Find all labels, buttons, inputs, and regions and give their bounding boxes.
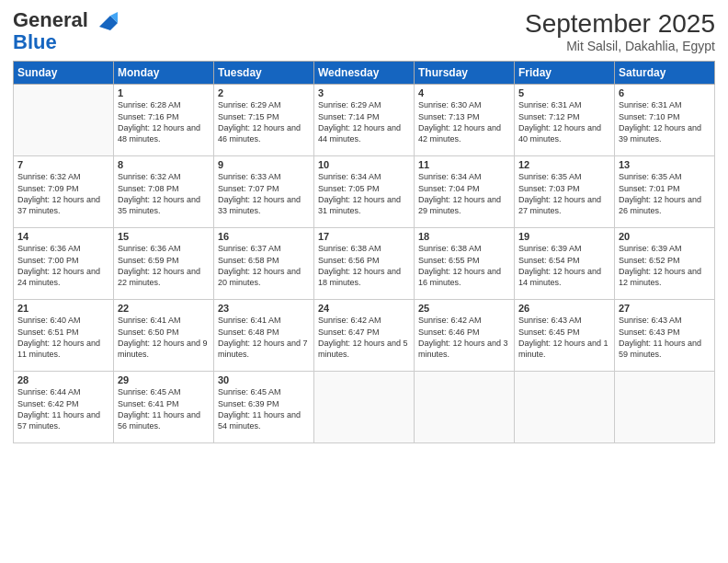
calendar-header-row: Sunday Monday Tuesday Wednesday Thursday… bbox=[14, 62, 715, 85]
table-row: 30Sunrise: 6:45 AMSunset: 6:39 PMDayligh… bbox=[214, 372, 314, 443]
col-friday: Friday bbox=[515, 62, 615, 85]
day-number: 7 bbox=[17, 159, 109, 170]
header: General Blue September 2025 Mit Salsil, … bbox=[13, 9, 715, 53]
cell-info: Sunrise: 6:44 AMSunset: 6:42 PMDaylight:… bbox=[17, 386, 109, 431]
day-number: 4 bbox=[418, 87, 510, 98]
day-number: 6 bbox=[619, 87, 711, 98]
table-row: 8Sunrise: 6:32 AMSunset: 7:08 PMDaylight… bbox=[114, 156, 214, 228]
calendar-table: Sunday Monday Tuesday Wednesday Thursday… bbox=[13, 61, 715, 443]
table-row bbox=[515, 372, 615, 443]
cell-info: Sunrise: 6:36 AMSunset: 6:59 PMDaylight:… bbox=[118, 243, 210, 288]
table-row: 16Sunrise: 6:37 AMSunset: 6:58 PMDayligh… bbox=[214, 228, 314, 300]
month-title: September 2025 bbox=[525, 9, 715, 39]
table-row: 23Sunrise: 6:41 AMSunset: 6:48 PMDayligh… bbox=[214, 300, 314, 372]
cell-info: Sunrise: 6:43 AMSunset: 6:43 PMDaylight:… bbox=[619, 315, 711, 360]
day-number: 18 bbox=[418, 231, 510, 242]
table-row: 3Sunrise: 6:29 AMSunset: 7:14 PMDaylight… bbox=[314, 85, 415, 156]
table-row bbox=[314, 372, 415, 443]
day-number: 22 bbox=[118, 303, 210, 314]
table-row: 11Sunrise: 6:34 AMSunset: 7:04 PMDayligh… bbox=[415, 156, 515, 228]
cell-info: Sunrise: 6:35 AMSunset: 7:03 PMDaylight:… bbox=[518, 171, 610, 216]
cell-info: Sunrise: 6:34 AMSunset: 7:05 PMDaylight:… bbox=[318, 171, 410, 216]
calendar-week-row: 7Sunrise: 6:32 AMSunset: 7:09 PMDaylight… bbox=[14, 156, 715, 228]
day-number: 1 bbox=[118, 87, 210, 98]
table-row: 6Sunrise: 6:31 AMSunset: 7:10 PMDaylight… bbox=[615, 85, 715, 156]
cell-info: Sunrise: 6:45 AMSunset: 6:41 PMDaylight:… bbox=[118, 386, 210, 431]
cell-info: Sunrise: 6:42 AMSunset: 6:47 PMDaylight:… bbox=[318, 315, 410, 360]
logo-text: General Blue bbox=[13, 9, 88, 53]
location: Mit Salsil, Dakahlia, Egypt bbox=[525, 39, 715, 53]
cell-info: Sunrise: 6:37 AMSunset: 6:58 PMDaylight:… bbox=[218, 243, 310, 288]
table-row: 21Sunrise: 6:40 AMSunset: 6:51 PMDayligh… bbox=[14, 300, 114, 372]
logo-icon bbox=[92, 8, 121, 38]
table-row: 10Sunrise: 6:34 AMSunset: 7:05 PMDayligh… bbox=[314, 156, 415, 228]
table-row bbox=[415, 372, 515, 443]
col-monday: Monday bbox=[114, 62, 214, 85]
table-row: 29Sunrise: 6:45 AMSunset: 6:41 PMDayligh… bbox=[114, 372, 214, 443]
day-number: 30 bbox=[218, 374, 310, 385]
table-row: 26Sunrise: 6:43 AMSunset: 6:45 PMDayligh… bbox=[515, 300, 615, 372]
day-number: 25 bbox=[418, 303, 510, 314]
cell-info: Sunrise: 6:38 AMSunset: 6:55 PMDaylight:… bbox=[418, 243, 510, 288]
col-saturday: Saturday bbox=[615, 62, 715, 85]
table-row: 9Sunrise: 6:33 AMSunset: 7:07 PMDaylight… bbox=[214, 156, 314, 228]
table-row: 7Sunrise: 6:32 AMSunset: 7:09 PMDaylight… bbox=[14, 156, 114, 228]
col-tuesday: Tuesday bbox=[214, 62, 314, 85]
calendar-container: General Blue September 2025 Mit Salsil, … bbox=[0, 0, 728, 453]
cell-info: Sunrise: 6:41 AMSunset: 6:48 PMDaylight:… bbox=[218, 315, 310, 360]
cell-info: Sunrise: 6:42 AMSunset: 6:46 PMDaylight:… bbox=[418, 315, 510, 360]
cell-info: Sunrise: 6:28 AMSunset: 7:16 PMDaylight:… bbox=[118, 99, 210, 144]
cell-info: Sunrise: 6:31 AMSunset: 7:10 PMDaylight:… bbox=[619, 99, 711, 144]
cell-info: Sunrise: 6:29 AMSunset: 7:14 PMDaylight:… bbox=[318, 99, 410, 144]
cell-info: Sunrise: 6:39 AMSunset: 6:54 PMDaylight:… bbox=[518, 243, 610, 288]
cell-info: Sunrise: 6:32 AMSunset: 7:08 PMDaylight:… bbox=[118, 171, 210, 216]
cell-info: Sunrise: 6:45 AMSunset: 6:39 PMDaylight:… bbox=[218, 386, 310, 431]
cell-info: Sunrise: 6:38 AMSunset: 6:56 PMDaylight:… bbox=[318, 243, 410, 288]
cell-info: Sunrise: 6:31 AMSunset: 7:12 PMDaylight:… bbox=[518, 99, 610, 144]
day-number: 10 bbox=[318, 159, 410, 170]
logo-general: General bbox=[13, 8, 88, 31]
table-row: 27Sunrise: 6:43 AMSunset: 6:43 PMDayligh… bbox=[615, 300, 715, 372]
day-number: 17 bbox=[318, 231, 410, 242]
cell-info: Sunrise: 6:35 AMSunset: 7:01 PMDaylight:… bbox=[619, 171, 711, 216]
table-row: 22Sunrise: 6:41 AMSunset: 6:50 PMDayligh… bbox=[114, 300, 214, 372]
table-row: 24Sunrise: 6:42 AMSunset: 6:47 PMDayligh… bbox=[314, 300, 415, 372]
table-row: 28Sunrise: 6:44 AMSunset: 6:42 PMDayligh… bbox=[14, 372, 114, 443]
cell-info: Sunrise: 6:32 AMSunset: 7:09 PMDaylight:… bbox=[17, 171, 109, 216]
cell-info: Sunrise: 6:30 AMSunset: 7:13 PMDaylight:… bbox=[418, 99, 510, 144]
table-row: 5Sunrise: 6:31 AMSunset: 7:12 PMDaylight… bbox=[515, 85, 615, 156]
cell-info: Sunrise: 6:34 AMSunset: 7:04 PMDaylight:… bbox=[418, 171, 510, 216]
day-number: 9 bbox=[218, 159, 310, 170]
table-row: 15Sunrise: 6:36 AMSunset: 6:59 PMDayligh… bbox=[114, 228, 214, 300]
title-block: September 2025 Mit Salsil, Dakahlia, Egy… bbox=[525, 9, 715, 53]
table-row: 14Sunrise: 6:36 AMSunset: 7:00 PMDayligh… bbox=[14, 228, 114, 300]
table-row: 19Sunrise: 6:39 AMSunset: 6:54 PMDayligh… bbox=[515, 228, 615, 300]
day-number: 21 bbox=[17, 303, 109, 314]
day-number: 16 bbox=[218, 231, 310, 242]
day-number: 11 bbox=[418, 159, 510, 170]
cell-info: Sunrise: 6:40 AMSunset: 6:51 PMDaylight:… bbox=[17, 315, 109, 360]
day-number: 15 bbox=[118, 231, 210, 242]
day-number: 14 bbox=[17, 231, 109, 242]
table-row: 4Sunrise: 6:30 AMSunset: 7:13 PMDaylight… bbox=[415, 85, 515, 156]
day-number: 3 bbox=[318, 87, 410, 98]
logo: General Blue bbox=[13, 9, 121, 53]
table-row: 2Sunrise: 6:29 AMSunset: 7:15 PMDaylight… bbox=[214, 85, 314, 156]
day-number: 28 bbox=[17, 374, 109, 385]
cell-info: Sunrise: 6:29 AMSunset: 7:15 PMDaylight:… bbox=[218, 99, 310, 144]
day-number: 26 bbox=[518, 303, 610, 314]
day-number: 12 bbox=[518, 159, 610, 170]
calendar-week-row: 28Sunrise: 6:44 AMSunset: 6:42 PMDayligh… bbox=[14, 372, 715, 443]
cell-info: Sunrise: 6:43 AMSunset: 6:45 PMDaylight:… bbox=[518, 315, 610, 360]
table-row bbox=[14, 85, 114, 156]
table-row: 12Sunrise: 6:35 AMSunset: 7:03 PMDayligh… bbox=[515, 156, 615, 228]
day-number: 19 bbox=[518, 231, 610, 242]
logo-blue: Blue bbox=[13, 30, 57, 53]
day-number: 27 bbox=[619, 303, 711, 314]
calendar-week-row: 14Sunrise: 6:36 AMSunset: 7:00 PMDayligh… bbox=[14, 228, 715, 300]
cell-info: Sunrise: 6:39 AMSunset: 6:52 PMDaylight:… bbox=[619, 243, 711, 288]
day-number: 5 bbox=[518, 87, 610, 98]
day-number: 2 bbox=[218, 87, 310, 98]
table-row: 1Sunrise: 6:28 AMSunset: 7:16 PMDaylight… bbox=[114, 85, 214, 156]
col-thursday: Thursday bbox=[415, 62, 515, 85]
